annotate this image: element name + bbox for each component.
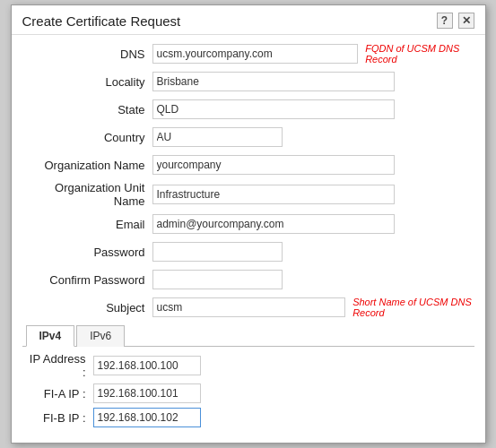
- email-row: Email: [22, 212, 474, 236]
- ip-address-row: IP Address :: [26, 352, 471, 379]
- ip-address-label: IP Address :: [26, 352, 93, 379]
- state-label: State: [22, 103, 152, 116]
- title-bar: Create Certificate Request ? ✕: [12, 5, 485, 35]
- password-input[interactable]: [152, 242, 283, 262]
- org-name-row: Organization Name: [22, 153, 474, 177]
- subject-label: Subject: [22, 301, 152, 314]
- subject-hint: Short Name of UCSM DNS Record: [352, 297, 474, 318]
- tab-ipv4[interactable]: IPv4: [26, 325, 75, 347]
- locality-label: Locality: [22, 75, 152, 89]
- subject-input[interactable]: [152, 297, 346, 317]
- org-unit-row: Organization Unit Name: [22, 181, 474, 208]
- fia-input[interactable]: [93, 383, 201, 403]
- password-label: Password: [22, 246, 152, 259]
- dns-label: DNS: [22, 47, 152, 61]
- dialog-title: Create Certificate Request: [22, 13, 181, 29]
- org-unit-input[interactable]: [152, 185, 395, 204]
- email-label: Email: [22, 218, 152, 231]
- state-input[interactable]: [152, 99, 395, 119]
- fib-ip-row: FI-B IP :: [26, 408, 471, 427]
- dns-row: DNS FQDN of UCSM DNS Record: [22, 42, 474, 65]
- tab-ipv6[interactable]: IPv6: [76, 325, 125, 347]
- fib-label: FI-B IP :: [26, 411, 93, 425]
- locality-input[interactable]: [152, 72, 395, 91]
- confirm-password-label: Confirm Password: [22, 273, 152, 287]
- password-row: Password: [22, 240, 474, 263]
- country-label: Country: [22, 131, 152, 144]
- country-input[interactable]: [152, 127, 283, 147]
- dns-hint: FQDN of UCSM DNS Record: [365, 43, 474, 65]
- country-row: Country: [22, 125, 474, 149]
- confirm-password-row: Confirm Password: [22, 268, 474, 291]
- title-icons: ? ✕: [437, 13, 474, 29]
- dns-input[interactable]: [152, 44, 359, 64]
- confirm-password-input[interactable]: [152, 270, 283, 289]
- tabs-container: IPv4 IPv6: [22, 324, 474, 347]
- ipv4-tab-content: IP Address : FI-A IP : FI-B IP :: [22, 347, 474, 435]
- create-certificate-dialog: Create Certificate Request ? ✕ DNS FQDN …: [11, 4, 486, 444]
- fia-label: FI-A IP :: [26, 387, 93, 401]
- org-unit-label: Organization Unit Name: [22, 181, 152, 208]
- org-name-label: Organization Name: [22, 159, 152, 172]
- email-input[interactable]: [152, 214, 395, 234]
- form-body: DNS FQDN of UCSM DNS Record Locality Sta…: [12, 35, 485, 443]
- org-name-input[interactable]: [152, 155, 395, 175]
- state-row: State: [22, 98, 474, 121]
- subject-row: Subject Short Name of UCSM DNS Record: [22, 296, 474, 319]
- help-button[interactable]: ?: [437, 13, 453, 29]
- close-button[interactable]: ✕: [458, 13, 474, 29]
- locality-row: Locality: [22, 70, 474, 93]
- fia-ip-row: FI-A IP :: [26, 383, 471, 403]
- ip-address-input[interactable]: [93, 356, 201, 375]
- fib-input[interactable]: [93, 408, 201, 427]
